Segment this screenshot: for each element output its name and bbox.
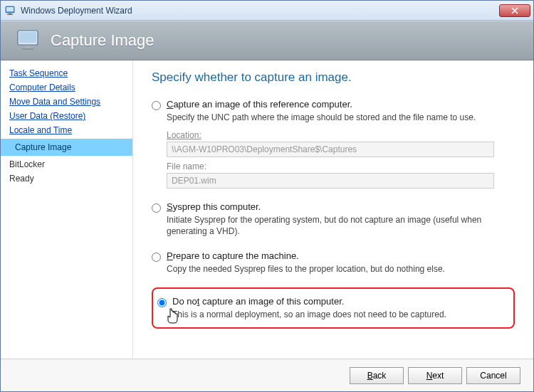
sidebar-item-user-data[interactable]: User Data (Restore) xyxy=(1,109,132,123)
filename-input xyxy=(167,173,494,189)
window-title: Windows Deployment Wizard xyxy=(21,6,132,16)
page-heading: Specify whether to capture an image. xyxy=(152,70,515,85)
next-button[interactable]: Next xyxy=(408,367,462,384)
option-donot-highlight: Do not capture an image of this computer… xyxy=(152,287,515,329)
titlebar: Windows Deployment Wizard xyxy=(1,1,533,21)
option-prepare-row[interactable]: Prepare to capture the machine. xyxy=(152,250,515,262)
sidebar-item-ready: Ready xyxy=(1,171,132,186)
option-prepare-desc: Copy the needed Sysprep files to the pro… xyxy=(167,263,515,275)
option-capture-desc: Specify the UNC path where the image sho… xyxy=(167,112,515,123)
option-donot-label: Do not capture an image of this computer… xyxy=(172,296,344,307)
sidebar-item-locale[interactable]: Locale and Time xyxy=(1,123,132,137)
svg-rect-5 xyxy=(19,32,36,43)
sidebar-item-task-sequence[interactable]: Task Sequence xyxy=(1,66,132,80)
close-button[interactable] xyxy=(499,4,530,17)
app-icon xyxy=(5,5,16,16)
svg-rect-6 xyxy=(25,46,31,48)
svg-rect-1 xyxy=(6,7,14,11)
svg-rect-7 xyxy=(22,48,33,50)
option-prepare-label: Prepare to capture the machine. xyxy=(167,250,299,261)
location-label: Location: xyxy=(167,130,515,140)
radio-donot[interactable] xyxy=(157,298,167,307)
option-sysprep-label: Sysprep this computer. xyxy=(167,201,261,212)
radio-prepare[interactable] xyxy=(152,253,161,262)
option-sysprep-row[interactable]: Sysprep this computer. xyxy=(152,201,515,213)
sidebar-item-bitlocker: BitLocker xyxy=(1,157,132,171)
cursor-icon xyxy=(164,307,180,326)
back-button[interactable]: Back xyxy=(350,367,404,384)
option-capture: Capture an image of this reference compu… xyxy=(152,99,515,189)
svg-rect-2 xyxy=(9,13,11,14)
option-capture-label: Capture an image of this reference compu… xyxy=(167,99,352,110)
option-capture-row[interactable]: Capture an image of this reference compu… xyxy=(152,99,515,110)
option-prepare: Prepare to capture the machine. Copy the… xyxy=(152,250,515,275)
radio-sysprep[interactable] xyxy=(152,203,161,213)
main-panel: Specify whether to capture an image. Cap… xyxy=(133,60,533,359)
wizard-window: Windows Deployment Wizard Capture Image … xyxy=(0,0,534,392)
page-header: Capture Image xyxy=(1,21,533,60)
page-title: Capture Image xyxy=(51,31,155,50)
sidebar-item-capture-image[interactable]: Capture Image xyxy=(1,139,132,156)
close-icon xyxy=(511,7,518,14)
footer: Back Next Cancel xyxy=(1,359,533,391)
body: Task Sequence Computer Details Move Data… xyxy=(1,60,533,359)
radio-capture[interactable] xyxy=(152,101,161,110)
svg-rect-3 xyxy=(7,14,13,15)
option-donot-desc: This is a normal deployment, so an image… xyxy=(172,309,506,320)
sidebar: Task Sequence Computer Details Move Data… xyxy=(1,60,133,359)
option-sysprep-desc: Initiate Sysprep for the operating syste… xyxy=(167,214,515,237)
cancel-button[interactable]: Cancel xyxy=(466,367,520,384)
filename-label: File name: xyxy=(167,161,515,171)
option-donot-row[interactable]: Do not capture an image of this computer… xyxy=(157,296,506,307)
location-input xyxy=(167,142,494,157)
option-sysprep: Sysprep this computer. Initiate Sysprep … xyxy=(152,201,515,237)
monitor-icon xyxy=(16,28,42,53)
sidebar-item-move-data[interactable]: Move Data and Settings xyxy=(1,95,132,109)
sidebar-item-computer-details[interactable]: Computer Details xyxy=(1,80,132,95)
